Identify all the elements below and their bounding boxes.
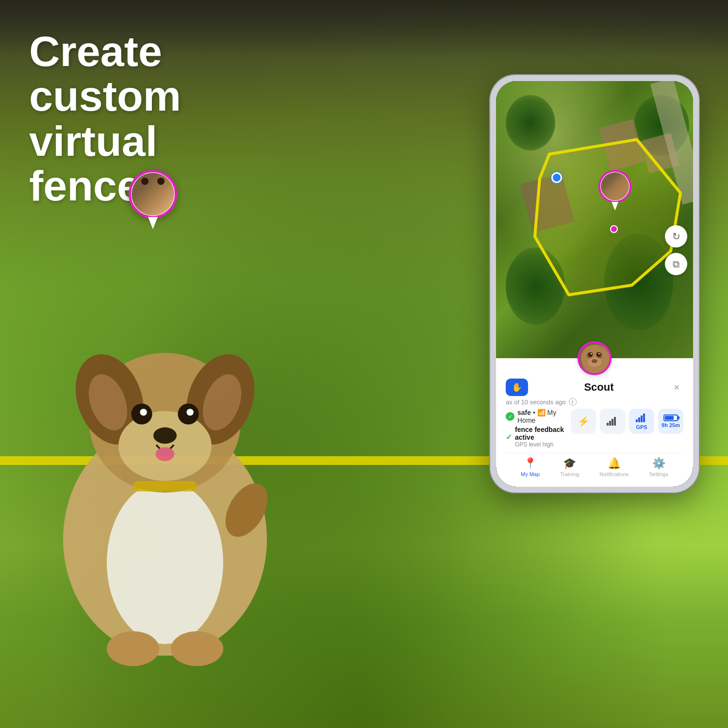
user-location-dot bbox=[551, 172, 562, 183]
battery-fill bbox=[665, 416, 674, 420]
svg-marker-0 bbox=[535, 140, 680, 295]
timestamp-text: as of 10 seconds ago bbox=[506, 398, 566, 406]
svg-rect-10 bbox=[607, 423, 609, 426]
training-nav-icon: 🎓 bbox=[563, 457, 576, 470]
pin-tail bbox=[148, 217, 158, 229]
notifications-nav-label: Notifications bbox=[599, 471, 629, 477]
svg-rect-15 bbox=[638, 417, 640, 422]
svg-point-31 bbox=[153, 428, 177, 444]
phone-mockup: ↻ ⧉ bbox=[490, 75, 699, 493]
panel-timestamp: as of 10 seconds ago i bbox=[506, 398, 683, 406]
status-safe-row: ✓ safe • 📶 My Home bbox=[506, 409, 566, 424]
fence-status-text: fence feedback active bbox=[515, 426, 566, 441]
map-nav-icon: 📍 bbox=[524, 457, 537, 470]
training-nav-label: Training bbox=[560, 471, 579, 477]
dog-location-pin bbox=[126, 170, 180, 233]
nav-my-map[interactable]: 📍 My Map bbox=[521, 457, 540, 477]
svg-point-29 bbox=[186, 409, 193, 415]
bottom-nav: 📍 My Map 🎓 Training 🔔 Notifications ⚙️ S… bbox=[506, 453, 683, 479]
battery-bar bbox=[663, 414, 678, 421]
bottom-panel: ✋ Scout × as of 10 seconds ago i ✓ safe … bbox=[496, 358, 693, 487]
map-dog-pin[interactable] bbox=[598, 170, 631, 211]
nav-training[interactable]: 🎓 Training bbox=[560, 457, 579, 477]
phone-inner: ↻ ⧉ bbox=[496, 81, 693, 487]
svg-rect-12 bbox=[612, 419, 613, 426]
panel-metrics: ⚡ bbox=[571, 409, 683, 434]
battery-label: 9h 25m bbox=[662, 422, 680, 428]
svg-point-9 bbox=[592, 359, 597, 363]
fence-polygon-svg bbox=[496, 81, 693, 358]
panel-dog-avatar bbox=[578, 341, 612, 375]
nav-notifications[interactable]: 🔔 Notifications bbox=[599, 457, 629, 477]
gps-status-text: GPS level high bbox=[515, 441, 566, 448]
svg-point-19 bbox=[107, 481, 223, 644]
map-dog-avatar bbox=[598, 170, 631, 203]
panel-title: Scout bbox=[528, 381, 670, 394]
gps-button[interactable]: GPS bbox=[629, 409, 654, 434]
safe-check-icon: ✓ bbox=[506, 412, 514, 421]
gps-bars-icon bbox=[636, 413, 647, 423]
svg-point-8 bbox=[598, 353, 600, 355]
map-nav-label: My Map bbox=[521, 471, 540, 477]
svg-rect-13 bbox=[614, 417, 616, 426]
svg-rect-17 bbox=[643, 414, 645, 422]
battery-button[interactable]: 9h 25m bbox=[658, 409, 683, 434]
svg-point-25 bbox=[118, 411, 212, 481]
signal-icon bbox=[607, 416, 618, 427]
svg-point-34 bbox=[171, 631, 223, 666]
notifications-nav-icon: 🔔 bbox=[608, 457, 621, 470]
gps-label: GPS bbox=[636, 424, 647, 430]
nav-settings[interactable]: ⚙️ Settings bbox=[649, 457, 668, 477]
svg-point-33 bbox=[107, 631, 159, 666]
map-pin-tail bbox=[612, 202, 618, 211]
svg-point-30 bbox=[141, 410, 145, 414]
map-area[interactable]: ↻ ⧉ bbox=[496, 81, 693, 358]
info-icon[interactable]: i bbox=[569, 398, 577, 406]
panel-header: ✋ Scout × bbox=[506, 379, 683, 396]
map-layers-button[interactable]: ⧉ bbox=[665, 253, 687, 275]
status-fence-row: ✓ fence feedback active GPS level high bbox=[506, 426, 566, 448]
settings-nav-icon: ⚙️ bbox=[652, 457, 665, 470]
svg-rect-36 bbox=[133, 481, 197, 492]
svg-point-32 bbox=[156, 447, 174, 461]
panel-status: ✓ safe • 📶 My Home ✓ fence feedback acti… bbox=[506, 409, 566, 448]
svg-rect-16 bbox=[641, 415, 643, 422]
bluetooth-button[interactable]: ⚡ bbox=[571, 409, 596, 434]
svg-rect-11 bbox=[609, 421, 611, 426]
map-refresh-button[interactable]: ↻ bbox=[665, 225, 687, 248]
signal-button[interactable] bbox=[600, 409, 625, 434]
dog-image bbox=[19, 257, 311, 670]
fence-check-icon: ✓ bbox=[506, 432, 512, 442]
dog-face-small bbox=[132, 173, 174, 215]
map-dog-face bbox=[601, 172, 629, 200]
bluetooth-icon: ⚡ bbox=[578, 415, 590, 427]
svg-point-7 bbox=[591, 353, 592, 355]
dog-avatar-pin bbox=[129, 170, 177, 218]
panel-close-button[interactable]: × bbox=[670, 381, 683, 394]
panel-hand-button[interactable]: ✋ bbox=[506, 379, 528, 396]
settings-nav-label: Settings bbox=[649, 471, 668, 477]
panel-content: ✋ Scout × as of 10 seconds ago i ✓ safe … bbox=[496, 379, 693, 483]
safe-text: safe • 📶 My Home bbox=[517, 409, 566, 424]
svg-rect-14 bbox=[636, 419, 638, 422]
